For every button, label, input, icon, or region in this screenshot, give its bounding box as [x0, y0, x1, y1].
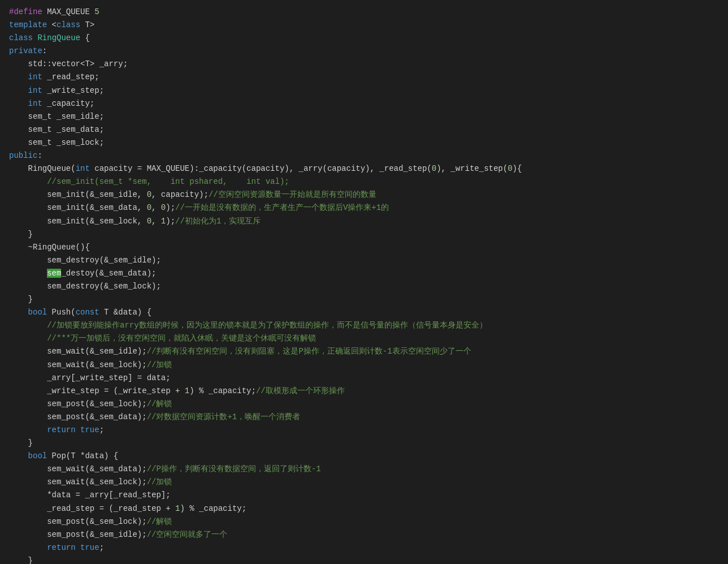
code-line: _read_step = (_read_step + 1) % _capacit…	[9, 502, 719, 515]
code-block: #define MAX_QUEUE 5template <class T>cla…	[0, 0, 728, 564]
code-line: sem_init(&_sem_lock, 0, 1);//初始化为1，实现互斥	[9, 215, 719, 228]
code-line: //sem_init(sem_t *sem, int pshared, int …	[9, 175, 719, 188]
code-lines: #define MAX_QUEUE 5template <class T>cla…	[9, 6, 719, 564]
code-line: *data = _arry[_read_step];	[9, 489, 719, 502]
code-line: sem_t _sem_idle;	[9, 110, 719, 123]
code-line: //加锁要放到能操作arry数组的时候，因为这里的锁本就是为了保护数组的操作，而…	[9, 319, 719, 332]
code-line: sem_post(&_sem_idle);//空闲空间就多了一个	[9, 528, 719, 541]
code-line: sem_destoy(&_sem_data);	[9, 267, 719, 280]
code-line: std::vector<T> _arry;	[9, 58, 719, 71]
code-line: sem_t _sem_data;	[9, 123, 719, 136]
code-line: class RingQueue {	[9, 32, 719, 45]
code-line: }	[9, 228, 719, 241]
code-line: private:	[9, 45, 719, 58]
code-line: sem_wait(&_sem_data);//P操作，判断有没有数据空间，返回了…	[9, 463, 719, 476]
code-line: return true;	[9, 541, 719, 554]
code-line: sem_destroy(&_sem_lock);	[9, 280, 719, 293]
code-line: public:	[9, 149, 719, 162]
code-line: sem_post(&_sem_data);//对数据空间资源计数+1，唤醒一个消…	[9, 411, 719, 424]
code-line: sem_wait(&_sem_idle);//判断有没有空闲空间，没有则阻塞，这…	[9, 345, 719, 358]
code-line: int _read_step;	[9, 71, 719, 84]
code-line: sem_t _sem_lock;	[9, 136, 719, 149]
code-line: sem_init(&_sem_idle, 0, capacity);//空闲空间…	[9, 188, 719, 201]
code-line: sem_wait(&_sem_lock);//加锁	[9, 476, 719, 489]
code-line: bool Push(const T &data) {	[9, 306, 719, 319]
code-line: int _write_step;	[9, 84, 719, 97]
code-line: }	[9, 554, 719, 564]
code-line: sem_init(&_sem_data, 0, 0);//一开始是没有数据的，生…	[9, 201, 719, 214]
code-line: ~RingQueue(){	[9, 241, 719, 254]
code-line: _arry[_write_step] = data;	[9, 372, 719, 385]
code-line: bool Pop(T *data) {	[9, 450, 719, 463]
code-line: RingQueue(int capacity = MAX_QUEUE):_cap…	[9, 162, 719, 175]
code-line: template <class T>	[9, 19, 719, 32]
code-line: #define MAX_QUEUE 5	[9, 6, 719, 19]
code-line: sem_post(&_sem_lock);//解锁	[9, 515, 719, 528]
code-line: return true;	[9, 424, 719, 437]
code-line: _write_step = (_write_step + 1) % _capac…	[9, 385, 719, 398]
code-line: sem_wait(&_sem_lock);//加锁	[9, 359, 719, 372]
code-line: }	[9, 293, 719, 306]
code-line: }	[9, 437, 719, 450]
code-line: int _capacity;	[9, 97, 719, 110]
code-line: sem_post(&_sem_lock);//解锁	[9, 398, 719, 411]
code-line: //***万一加锁后，没有空闲空间，就陷入休眠，关键是这个休眠可没有解锁	[9, 332, 719, 345]
code-line: sem_destroy(&_sem_idle);	[9, 254, 719, 267]
